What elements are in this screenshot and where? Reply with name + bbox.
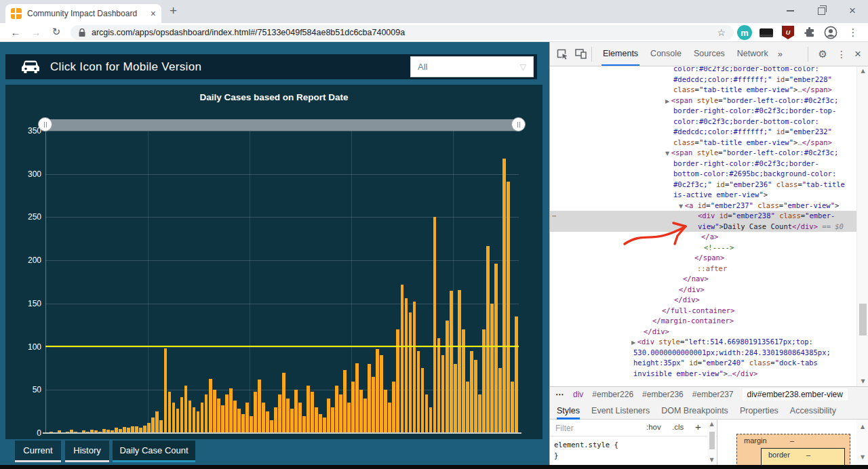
scroll-down-icon[interactable]: ▼ xyxy=(707,455,716,465)
chart-bar[interactable] xyxy=(425,394,429,433)
chart-bar[interactable] xyxy=(221,405,224,433)
code-line[interactable]: color:#0c2f3c;border-bottom-color: xyxy=(550,66,856,75)
chart-bar[interactable] xyxy=(502,159,506,433)
url-text[interactable]: arcgis.com/apps/opsdashboard/index.html#… xyxy=(92,28,717,37)
box-model-border[interactable]: border – xyxy=(761,448,845,465)
chart-bar[interactable] xyxy=(217,399,220,433)
more-panels-icon[interactable]: » xyxy=(774,49,786,59)
chart-bar[interactable] xyxy=(437,338,441,433)
chart-bar[interactable] xyxy=(372,377,375,433)
pseudo-state-toggle[interactable]: :hov xyxy=(646,423,661,431)
chart-bar[interactable] xyxy=(184,386,188,433)
sidebar-tab-event-listeners[interactable]: Event Listeners xyxy=(591,402,650,420)
scrollbar-thumb[interactable] xyxy=(709,432,715,449)
box-model-margin[interactable]: margin – border – xyxy=(736,434,850,465)
code-line[interactable]: border-right-color:#0c2f3c;border-top- xyxy=(550,106,856,117)
chart-bar[interactable] xyxy=(319,414,322,433)
element-class-toggle[interactable]: .cls xyxy=(672,423,684,431)
code-line[interactable]: ▶ <span style="border-left-color:#0c2f3c… xyxy=(550,96,856,106)
chart-bar[interactable] xyxy=(343,370,347,433)
devtools-tab-network[interactable]: Network xyxy=(731,42,774,66)
chart-bar[interactable] xyxy=(189,401,192,433)
date-range-slider-track[interactable] xyxy=(45,119,519,131)
chart-bar[interactable] xyxy=(266,411,269,433)
chart-bar[interactable] xyxy=(421,368,425,433)
code-line[interactable]: <!----> xyxy=(550,243,856,253)
code-line[interactable]: </a> xyxy=(550,232,856,243)
breadcrumb-item[interactable]: #ember226 xyxy=(592,390,633,399)
chart-bar[interactable] xyxy=(159,420,163,433)
code-line[interactable]: class="tab-title ember-view">…</span> xyxy=(550,138,856,148)
chart-bar[interactable] xyxy=(429,407,433,433)
breadcrumb-item[interactable]: ⋯ xyxy=(555,390,564,399)
scroll-up-icon[interactable]: ▲ xyxy=(857,66,868,76)
browser-menu-kebab-icon[interactable]: ⋮ xyxy=(846,25,861,40)
chart-bar[interactable] xyxy=(254,392,257,433)
profile-avatar-icon[interactable] xyxy=(823,25,838,40)
chart-bar[interactable] xyxy=(205,394,208,433)
chart-bar[interactable] xyxy=(298,403,302,433)
car-mobile-icon[interactable] xyxy=(20,60,41,75)
window-close-button[interactable]: × xyxy=(837,0,867,22)
dashboard-tab-history[interactable]: History xyxy=(65,441,109,462)
chart-bar[interactable] xyxy=(164,348,167,433)
code-line[interactable]: ▶ <div style="left:514.6698019135617px;t… xyxy=(550,337,856,348)
chart-bar[interactable] xyxy=(311,392,314,433)
chart-bar[interactable] xyxy=(355,363,359,433)
dashboard-tab-current[interactable]: Current xyxy=(15,441,61,462)
chart-bar[interactable] xyxy=(335,386,338,433)
chart-bar[interactable] xyxy=(441,355,445,433)
code-line[interactable]: </div> xyxy=(550,295,856,306)
chart-bar[interactable] xyxy=(454,364,457,433)
extension-keyboard-icon[interactable] xyxy=(759,25,774,40)
code-line[interactable]: </full-container> xyxy=(550,306,856,317)
chart-bar[interactable] xyxy=(282,373,285,433)
chart-bar[interactable] xyxy=(327,399,330,433)
code-line[interactable]: ::after xyxy=(550,264,856,274)
chart-bar[interactable] xyxy=(270,420,273,433)
code-line[interactable]: border-right-color:#0c2f3c;border- xyxy=(550,159,856,169)
scroll-up-icon[interactable]: ▲ xyxy=(707,420,716,429)
chart-bar[interactable] xyxy=(351,382,355,434)
range-slider-handle-right[interactable] xyxy=(511,117,526,131)
sidebar-tab-accessibility[interactable]: Accessibility xyxy=(790,402,836,420)
tab-close-icon[interactable]: × xyxy=(151,9,156,18)
code-line[interactable]: height:35px" id="ember240" class="dock-t… xyxy=(550,358,856,369)
code-line[interactable]: color:#0c2f3c;border-bottom-color: xyxy=(550,117,856,127)
chart-bar[interactable] xyxy=(384,390,387,433)
chart-bar[interactable] xyxy=(155,411,159,433)
chart-bar[interactable] xyxy=(274,407,277,433)
window-minimize-button[interactable] xyxy=(775,0,805,22)
chart-bar[interactable] xyxy=(294,390,298,433)
extension-m-icon[interactable]: m xyxy=(737,25,752,40)
chart-bar[interactable] xyxy=(507,182,510,433)
device-toolbar-icon[interactable] xyxy=(575,49,587,59)
breadcrumb-item[interactable]: #ember236 xyxy=(642,390,684,399)
scroll-down-icon[interactable]: ▼ xyxy=(857,377,868,386)
gear-icon[interactable]: ⚙ xyxy=(813,48,833,60)
new-tab-button[interactable]: + xyxy=(170,3,177,18)
chart-bar[interactable] xyxy=(245,403,249,433)
address-bar[interactable]: arcgis.com/apps/opsdashboard/index.html#… xyxy=(71,25,734,40)
range-slider-handle-left[interactable] xyxy=(38,117,52,131)
box-model-scrollbar[interactable]: ▲ ▼ xyxy=(856,420,868,465)
new-style-rule-button[interactable]: + xyxy=(695,421,701,432)
chart-bar[interactable] xyxy=(392,382,395,434)
devtools-kebab-icon[interactable]: ⋮ xyxy=(833,49,850,60)
chart-bar[interactable] xyxy=(486,246,490,434)
breadcrumb-item[interactable]: div xyxy=(573,390,583,399)
chart-bar[interactable] xyxy=(241,414,245,433)
chart-bar[interactable] xyxy=(494,264,498,433)
chart-bar[interactable] xyxy=(388,403,391,433)
chart-bar[interactable] xyxy=(490,304,494,433)
chart-bar[interactable] xyxy=(180,397,184,434)
chart-bar[interactable] xyxy=(290,409,294,433)
chart-bar[interactable] xyxy=(250,416,253,434)
sidebar-tab-properties[interactable]: Properties xyxy=(740,402,778,420)
chart-bar[interactable] xyxy=(405,298,408,433)
chart-bar[interactable] xyxy=(417,351,420,433)
chart-bar[interactable] xyxy=(450,291,453,433)
chart-bar[interactable] xyxy=(380,355,383,433)
styles-filter-input[interactable] xyxy=(554,422,642,435)
devtools-close-icon[interactable]: × xyxy=(850,47,868,61)
